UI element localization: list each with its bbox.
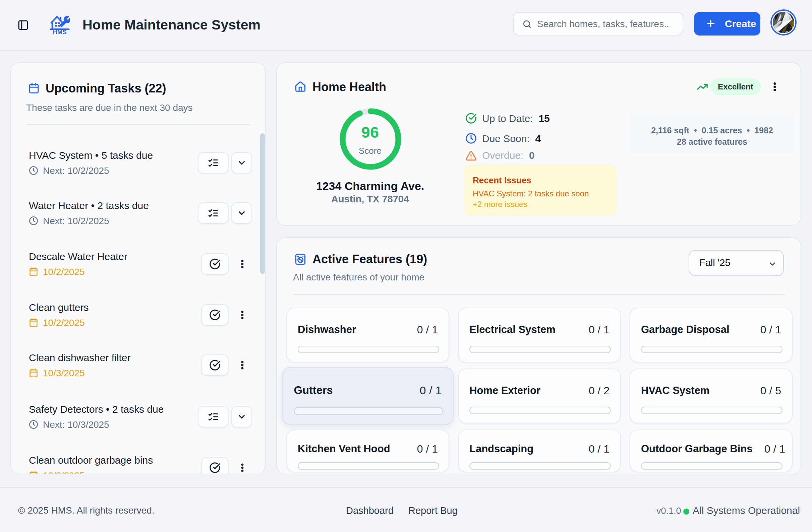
svg-text:HMS: HMS (53, 29, 67, 34)
